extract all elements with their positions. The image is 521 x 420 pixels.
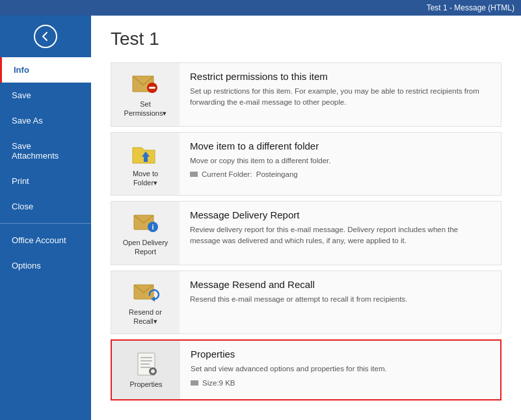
current-folder-value: Posteingang — [256, 170, 298, 178]
properties-meta: Size: 9 KB — [191, 379, 490, 387]
properties-icon — [131, 351, 162, 377]
resend-recall-icon — [130, 279, 161, 305]
delivery-report-icon-label: Open DeliveryReport — [123, 238, 168, 257]
sidebar-item-save-label: Save — [12, 90, 31, 100]
sidebar-item-options[interactable]: Options — [0, 253, 91, 278]
card-set-permissions: SetPermissions▾ Restrict permissions to … — [111, 62, 501, 127]
svg-rect-10 — [140, 357, 152, 358]
properties-meta-icon — [191, 380, 198, 386]
resend-recall-title: Message Resend and Recall — [190, 279, 490, 290]
svg-text:i: i — [152, 223, 154, 231]
resend-recall-icon-label: Resend orRecall▾ — [129, 308, 162, 326]
card-properties: Properties Properties Set and view advan… — [111, 339, 501, 400]
sidebar-item-close-label: Close — [12, 202, 33, 211]
card-delivery-report: i Open DeliveryReport Message Delivery R… — [111, 201, 501, 265]
sidebar-item-close[interactable]: Close — [0, 194, 91, 219]
properties-desc: Set and view advanced options and proper… — [191, 363, 490, 374]
page-title: Test 1 — [111, 29, 501, 49]
title-bar-text: Test 1 - Message (HTML) — [427, 3, 514, 12]
sidebar-item-save-as[interactable]: Save As — [0, 108, 91, 133]
delivery-report-title: Message Delivery Report — [190, 209, 490, 220]
set-permissions-icon-label: SetPermissions▾ — [124, 99, 167, 118]
properties-size-value: 9 KB — [219, 379, 235, 387]
title-bar: Test 1 - Message (HTML) — [0, 0, 521, 16]
sidebar-item-print-label: Print — [12, 176, 29, 186]
sidebar-item-save-attachments-label: Save Attachments — [12, 141, 59, 161]
card-resend-recall: Resend orRecall▾ Message Resend and Reca… — [111, 270, 501, 335]
content-area: Test 1 SetPermissions▾ Restrict perm — [91, 16, 521, 420]
sidebar-item-info-label: Info — [14, 65, 29, 75]
sidebar-item-print[interactable]: Print — [0, 168, 91, 194]
sidebar: Info Save Save As Save Attachments Print… — [0, 16, 91, 420]
delivery-report-icon: i — [130, 209, 161, 235]
sidebar-divider — [0, 223, 91, 224]
delivery-report-desc: Review delivery report for this e-mail m… — [190, 224, 490, 247]
set-permissions-desc: Set up restrictions for this item. For e… — [190, 86, 490, 109]
move-to-folder-title: Move item to a different folder — [190, 140, 490, 151]
svg-point-15 — [151, 369, 155, 373]
sidebar-item-options-label: Options — [12, 261, 41, 270]
set-permissions-icon — [130, 71, 161, 97]
back-button[interactable] — [0, 16, 91, 57]
properties-text: Properties Set and view advanced options… — [180, 341, 500, 394]
main-area: Info Save Save As Save Attachments Print… — [0, 16, 521, 420]
sidebar-item-save[interactable]: Save — [0, 83, 91, 108]
sidebar-item-save-as-label: Save As — [12, 116, 43, 125]
move-to-folder-meta: Current Folder: Posteingang — [190, 170, 490, 178]
delivery-report-text: Message Delivery Report Review delivery … — [180, 202, 501, 255]
set-permissions-title: Restrict permissions to this item — [190, 71, 490, 82]
current-folder-label: Current Folder: — [202, 170, 256, 178]
properties-size-label: Size: — [202, 379, 219, 387]
svg-rect-11 — [140, 360, 152, 361]
delivery-report-button[interactable]: i Open DeliveryReport — [111, 202, 180, 265]
svg-rect-13 — [140, 367, 151, 368]
move-to-folder-desc: Move or copy this item to a different fo… — [190, 155, 490, 166]
svg-rect-12 — [140, 363, 150, 365]
move-to-folder-button[interactable]: Move toFolder▾ — [111, 133, 180, 196]
sidebar-item-office-account-label: Office Account — [12, 235, 66, 245]
resend-recall-text: Message Resend and Recall Resend this e-… — [180, 271, 501, 313]
sidebar-item-info[interactable]: Info — [0, 57, 91, 83]
folder-meta-icon — [190, 172, 198, 177]
resend-recall-button[interactable]: Resend orRecall▾ — [111, 271, 180, 334]
sidebar-item-save-attachments[interactable]: Save Attachments — [0, 133, 91, 168]
properties-icon-label: Properties — [129, 380, 162, 389]
set-permissions-button[interactable]: SetPermissions▾ — [111, 63, 180, 126]
move-to-folder-icon — [130, 140, 161, 166]
set-permissions-text: Restrict permissions to this item Set up… — [180, 63, 501, 116]
move-to-folder-icon-label: Move toFolder▾ — [133, 169, 158, 188]
svg-rect-2 — [149, 87, 155, 89]
resend-recall-desc: Resend this e-mail message or attempt to… — [190, 294, 490, 305]
move-to-folder-text: Move item to a different folder Move or … — [180, 133, 501, 186]
properties-button[interactable]: Properties — [112, 341, 180, 399]
card-move-to-folder: Move toFolder▾ Move item to a different … — [111, 132, 501, 196]
properties-title: Properties — [191, 348, 490, 360]
back-circle-icon — [34, 25, 57, 48]
sidebar-item-office-account[interactable]: Office Account — [0, 228, 91, 253]
